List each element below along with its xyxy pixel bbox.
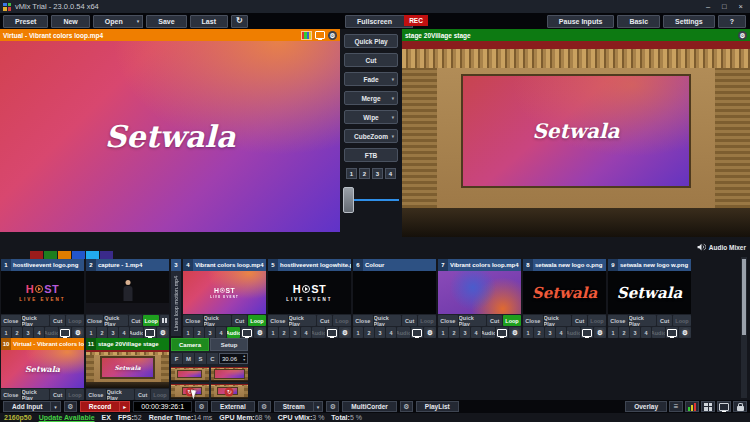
category-swatch-5[interactable] — [86, 251, 99, 259]
audio-button[interactable]: Audio — [130, 327, 143, 338]
input-gear-icon[interactable]: ⚙ — [339, 327, 351, 338]
basic-button[interactable]: Basic — [617, 15, 660, 28]
overlay-4-button[interactable]: 4 — [216, 327, 226, 338]
spinner-down-icon[interactable]: ▼ — [243, 359, 246, 363]
close-button[interactable]: Close — [1, 315, 21, 326]
overlay-button[interactable]: Overlay — [625, 401, 667, 412]
t-bar-handle[interactable] — [343, 187, 354, 213]
speed-f-button[interactable]: F — [171, 353, 182, 364]
audio-button[interactable]: Audio — [652, 327, 665, 338]
quick-play-button[interactable]: Quick Play — [374, 315, 402, 326]
input-gear-icon[interactable]: ⚙ — [157, 327, 169, 338]
zoom-spinner[interactable]: 30.06▲▼ — [219, 353, 248, 364]
program-video[interactable]: Setwala — [402, 41, 750, 237]
maximize-button[interactable]: □ — [722, 2, 727, 11]
stream-button[interactable]: Stream — [274, 401, 314, 412]
update-available-link[interactable]: Update Available — [39, 414, 95, 421]
scrollbar-thumb[interactable] — [742, 259, 746, 335]
add-input-button[interactable]: Add Input — [3, 401, 51, 412]
setup-tab[interactable]: Setup — [210, 338, 248, 351]
close-button[interactable]: Close — [183, 315, 203, 326]
input-thumbnail[interactable] — [86, 271, 169, 314]
open-button[interactable]: Open — [93, 15, 135, 28]
multicorder-button[interactable]: MultiCorder — [342, 401, 396, 412]
fade-button[interactable]: Fade▾ — [344, 72, 398, 86]
camera-preset-4[interactable]: ↻ — [211, 384, 249, 399]
overlay-2-button[interactable]: 2 — [449, 327, 459, 338]
fullscreen-monitor-icon[interactable] — [241, 327, 253, 338]
external-button[interactable]: External — [211, 401, 255, 412]
close-button[interactable]: Close — [86, 389, 106, 400]
overlay-1-button[interactable]: 1 — [183, 327, 193, 338]
camera-tab[interactable]: Camera — [171, 338, 209, 351]
record-expand[interactable]: ▸ — [120, 401, 130, 412]
loop-button[interactable]: Loop — [66, 315, 84, 326]
input-thumbnail[interactable]: Setwala — [1, 350, 84, 388]
loop-button[interactable]: Loop — [143, 315, 159, 326]
gear-icon[interactable]: ⚙ — [195, 401, 208, 412]
wipe-button[interactable]: Wipe▾ — [344, 110, 398, 124]
gear-icon[interactable]: ⚙ — [258, 401, 271, 412]
audio-button[interactable]: Audio — [482, 327, 495, 338]
ftb-button[interactable]: FTB — [344, 148, 398, 162]
new-button[interactable]: New — [51, 15, 89, 28]
quick-play-button[interactable]: Quick Play — [22, 315, 50, 326]
cut-button[interactable]: Cut — [657, 315, 672, 326]
preset-3-button[interactable]: 3 — [372, 168, 383, 179]
save-button[interactable]: Save — [146, 15, 186, 28]
fullscreen-monitor-icon[interactable] — [326, 327, 338, 338]
overlay-1-button[interactable]: 1 — [608, 327, 618, 338]
audio-button[interactable]: Audio — [567, 327, 580, 338]
close-button[interactable]: Close — [86, 315, 103, 326]
input-gear-icon[interactable]: ⚙ — [424, 327, 436, 338]
overlay-3-button[interactable]: 3 — [460, 327, 470, 338]
playlist-button[interactable]: PlayList — [416, 401, 459, 412]
overlay-1-button[interactable]: 1 — [523, 327, 533, 338]
gear-icon[interactable]: ⚙ — [738, 31, 747, 40]
category-swatch-3[interactable] — [58, 251, 71, 259]
category-swatch-6[interactable] — [100, 251, 113, 259]
quick-play-button[interactable]: Quick Play — [22, 389, 50, 400]
lock-icon[interactable] — [733, 401, 747, 412]
overlay-2-button[interactable]: 2 — [364, 327, 374, 338]
loop-button[interactable]: Loop — [248, 315, 266, 326]
pause-icon[interactable] — [160, 315, 169, 326]
input-thumbnail[interactable]: HSTLIVE EVENT — [268, 271, 351, 314]
category-swatch-1[interactable] — [30, 251, 43, 259]
close-button[interactable]: Close — [438, 315, 458, 326]
input-thumbnail[interactable]: Setwala — [86, 350, 169, 388]
speed-c-button[interactable]: C — [207, 353, 218, 364]
colorbars-icon[interactable] — [301, 31, 312, 40]
category-swatch-2[interactable] — [44, 251, 57, 259]
quick-play-button[interactable]: Quick Play — [104, 315, 128, 326]
gear-icon[interactable]: ⚙ — [326, 401, 339, 412]
open-dropdown[interactable]: ▾ — [134, 15, 144, 28]
chevron-down-icon[interactable]: ▾ — [392, 134, 394, 139]
overlay-4-button[interactable]: 4 — [386, 327, 396, 338]
quick-play-button[interactable]: Quick Play — [204, 315, 232, 326]
overlay-4-button[interactable]: 4 — [119, 327, 129, 338]
camera-preset-3[interactable]: ↻ — [171, 384, 209, 399]
close-button[interactable]: Close — [353, 315, 373, 326]
help-button[interactable]: ? — [718, 15, 746, 28]
overlay-4-button[interactable]: 4 — [641, 327, 651, 338]
cut-button[interactable]: Cut — [129, 315, 142, 326]
chevron-down-icon[interactable]: ▾ — [392, 96, 394, 101]
input-thumbnail[interactable]: Setwala — [608, 271, 691, 314]
overlay-4-button[interactable]: 4 — [301, 327, 311, 338]
input-card-3[interactable]: 3Lines loop motion.mp4 — [171, 259, 181, 336]
loop-button[interactable]: Loop — [588, 315, 606, 326]
fullscreen-monitor-icon[interactable] — [496, 327, 508, 338]
record-button[interactable]: Record — [80, 401, 120, 412]
overlay-2-button[interactable]: 2 — [12, 327, 22, 338]
overlay-3-button[interactable]: 3 — [108, 327, 118, 338]
fullscreen-monitor-icon[interactable] — [59, 327, 71, 338]
loop-button[interactable]: Loop — [673, 315, 691, 326]
grid-view-icon[interactable] — [701, 401, 715, 412]
preset-2-button[interactable]: 2 — [359, 168, 370, 179]
camera-preset-1[interactable] — [171, 367, 209, 382]
overlay-2-button[interactable]: 2 — [194, 327, 204, 338]
cut-button[interactable]: Cut — [50, 389, 65, 400]
audio-mixer-toggle[interactable]: Audio Mixer — [697, 243, 746, 251]
monitor-icon[interactable] — [315, 31, 325, 39]
